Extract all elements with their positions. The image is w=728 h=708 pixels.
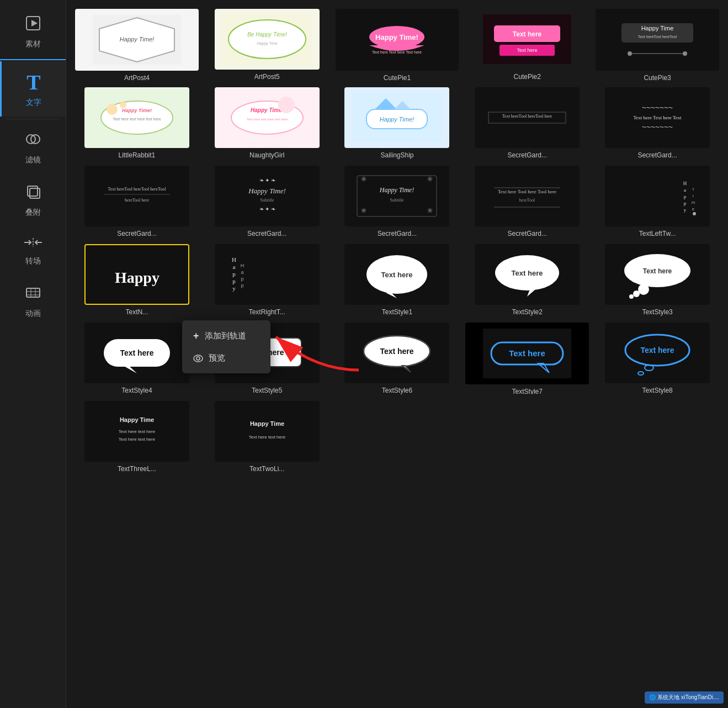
template-thumbnail[interactable]: 〜〜〜〜〜〜〜 Text here Text here Text 〜〜〜〜〜〜〜 <box>605 87 710 148</box>
template-thumbnail[interactable]: Text here <box>605 244 710 305</box>
template-label: CutePie2 <box>514 73 541 81</box>
list-item[interactable]: Text here TextStyle4 <box>75 323 199 394</box>
list-item[interactable]: Text hereTool hereTool hereTool hereTool… <box>75 166 199 237</box>
overlay-icon <box>24 183 42 204</box>
list-item[interactable]: 〜〜〜〜〜〜〜 Text here Text here Text 〜〜〜〜〜〜〜… <box>596 87 719 159</box>
template-thumbnail[interactable]: H a p p y t i m e <box>605 166 710 226</box>
template-thumbnail[interactable]: Text hereTool hereTool here <box>475 87 580 148</box>
svg-text:Happy Time: Happy Time <box>250 420 284 427</box>
svg-text:e: e <box>692 207 695 212</box>
svg-text:Happy Time!: Happy Time! <box>380 116 414 123</box>
list-item[interactable]: Text here TextStyle1 <box>336 244 459 316</box>
svg-point-148 <box>196 357 200 360</box>
template-thumbnail[interactable]: Text here <box>344 323 449 383</box>
template-label: TextStyle5 <box>252 387 282 394</box>
template-thumbnail[interactable]: Happy Time! Text here Text here Text her… <box>336 9 459 71</box>
template-grid: Happy Time! ArtPost4 Be Happy Time! Happ… <box>75 9 719 473</box>
template-thumbnail[interactable]: Happy Time! <box>75 9 199 71</box>
svg-text:m: m <box>692 200 695 205</box>
list-item[interactable]: H a p p y H a p p TextRightT... <box>205 244 329 316</box>
sidebar-item-animation-label: 动画 <box>25 309 41 319</box>
svg-text:p: p <box>684 200 687 206</box>
list-item[interactable]: Happy Time! Text here Text here Text her… <box>336 9 459 81</box>
list-item[interactable]: Happy Time Text here text here Text here… <box>75 401 199 473</box>
list-item[interactable]: Happy Time! Text here text here text her… <box>75 87 199 159</box>
list-item[interactable]: Text here Tool here Tool here hereTool S… <box>465 166 589 237</box>
sidebar-item-overlay[interactable]: 叠附 <box>0 174 66 226</box>
template-label: TextStyle4 <box>121 387 152 394</box>
template-thumbnail[interactable]: Text here <box>84 323 189 383</box>
sidebar-item-overlay-label: 叠附 <box>25 208 41 218</box>
template-thumbnail[interactable]: Happy Time! Subtitle ❀ ❀ ❀ ❀ <box>344 166 449 226</box>
sidebar-item-filter[interactable]: 滤镜 <box>0 121 66 174</box>
list-item[interactable]: Text here TextStyle6 <box>336 323 459 394</box>
svg-text:Text here: Text here <box>512 269 543 277</box>
list-item[interactable]: Text hereTool hereTool here SecretGard..… <box>465 87 589 159</box>
list-item[interactable]: Text here TextStyle3 <box>596 244 719 316</box>
template-label: SecretGard... <box>247 230 286 237</box>
svg-text:Subtitle: Subtitle <box>260 198 274 203</box>
sidebar-item-text[interactable]: T 文字 <box>0 61 66 117</box>
svg-text:i: i <box>693 193 694 198</box>
template-label: TextN... <box>126 308 148 316</box>
sidebar-item-filter-label: 滤镜 <box>25 155 41 165</box>
template-thumbnail[interactable]: Text here <box>465 323 589 384</box>
template-thumbnail[interactable]: Happy Time Text here text here Text here… <box>84 401 189 462</box>
list-item[interactable]: Text here TextStyle8 <box>596 323 719 394</box>
sidebar-item-material[interactable]: 素材 <box>0 6 66 58</box>
template-thumbnail[interactable]: Text here <box>605 323 710 383</box>
template-thumbnail[interactable]: Text here Tool here Tool here hereTool <box>475 166 580 226</box>
list-item[interactable]: Happy Time! ArtPost4 <box>75 9 199 81</box>
sidebar-item-text-label: 文字 <box>26 98 41 108</box>
template-label: TextStyle6 <box>382 387 412 394</box>
template-label: LittleRabbit1 <box>119 151 156 159</box>
template-thumbnail[interactable]: Text hereTool hereTool hereTool hereTool… <box>84 166 189 226</box>
svg-text:Happy Time: Happy Time <box>641 25 674 31</box>
template-thumbnail[interactable]: Text here <box>344 244 449 305</box>
template-label: SecretGard... <box>117 230 156 237</box>
template-thumbnail[interactable]: Happy Time! <box>344 87 449 148</box>
list-item[interactable]: ❧ ✦ ❧ Happy Time! Subtitle ❧ ✦ ❧ SecretG… <box>205 166 329 237</box>
template-thumbnail[interactable]: Text here <box>475 244 580 305</box>
template-thumbnail[interactable]: Happy <box>84 244 189 305</box>
svg-marker-1 <box>31 20 38 27</box>
list-item[interactable]: H a p p y t i m e TextLeftTw... <box>596 166 719 237</box>
svg-point-92 <box>693 212 696 215</box>
svg-text:Text here: Text here <box>120 348 153 357</box>
svg-text:H: H <box>683 181 687 186</box>
sidebar-item-transition[interactable]: 转场 <box>0 226 66 275</box>
list-item[interactable]: Happy Time! Text here text here text her… <box>205 87 329 159</box>
list-item[interactable]: Happy Time Text here text here TextTwoLi… <box>205 401 329 473</box>
transition-icon <box>23 235 43 253</box>
sidebar-item-animation[interactable]: 动画 <box>0 275 66 327</box>
list-item[interactable]: Happy Time Text hereTool hereTool CutePi… <box>596 9 719 81</box>
template-thumbnail[interactable]: Happy Time Text hereTool hereTool <box>596 9 719 71</box>
list-item[interactable]: Text here Text here CutePie2 <box>465 9 589 81</box>
svg-text:Text here: Text here <box>381 271 413 279</box>
template-label: NaughtyGirl <box>249 151 284 159</box>
template-thumbnail[interactable]: Be Happy Time! Happy Time <box>215 9 320 70</box>
list-item[interactable]: Text here TextStyle7 <box>465 323 589 394</box>
sidebar: 素材 T 文字 滤镜 叠附 <box>0 0 66 708</box>
template-thumbnail[interactable]: Text here Text here <box>475 9 580 70</box>
list-item[interactable]: Happy TextN... <box>75 244 199 316</box>
add-to-track-menu-item[interactable]: + 添加到轨道 <box>182 325 270 347</box>
template-thumbnail[interactable]: Happy Time! Text here text here text her… <box>84 87 189 148</box>
list-item[interactable]: Happy Time! SailingShip <box>336 87 459 159</box>
template-label: CutePie3 <box>644 74 671 81</box>
svg-text:Text here: Text here <box>640 346 674 355</box>
template-thumbnail[interactable]: Happy Time Text here text here <box>215 401 320 462</box>
svg-point-18 <box>229 20 306 59</box>
svg-text:Text hereTool hereTool hereToo: Text hereTool hereTool hereTool <box>108 187 166 192</box>
template-thumbnail[interactable]: ❧ ✦ ❧ Happy Time! Subtitle ❧ ✦ ❧ <box>215 166 320 226</box>
svg-text:a: a <box>232 263 235 270</box>
list-item[interactable]: Be Happy Time! Happy Time ArtPost5 <box>205 9 329 81</box>
list-item[interactable]: Happy Time! Subtitle ❀ ❀ ❀ ❀ SecretGard.… <box>336 166 459 237</box>
svg-text:Be Happy Time!: Be Happy Time! <box>247 31 287 38</box>
preview-menu-item[interactable]: 预览 <box>182 347 270 369</box>
template-thumbnail[interactable]: H a p p y H a p p <box>215 244 320 305</box>
svg-text:Text here text here text here: Text here text here text here <box>113 117 161 121</box>
list-item[interactable]: Text here TextStyle2 <box>465 244 589 316</box>
template-thumbnail[interactable]: Happy Time! Text here text here text her… <box>215 87 320 148</box>
svg-point-118 <box>629 294 634 299</box>
